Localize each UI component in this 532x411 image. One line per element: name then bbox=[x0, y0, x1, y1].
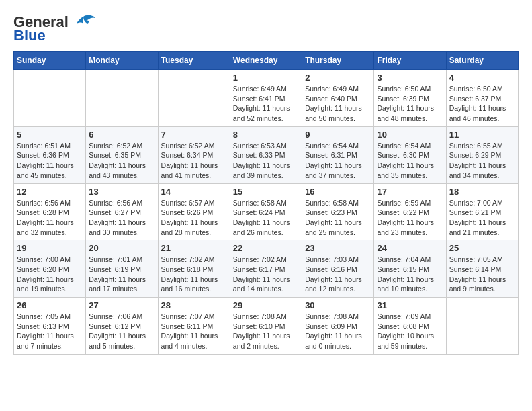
day-number: 2 bbox=[305, 73, 371, 83]
day-number: 26 bbox=[17, 300, 83, 310]
day-number: 17 bbox=[377, 187, 443, 197]
calendar-table: SundayMondayTuesdayWednesdayThursdayFrid… bbox=[13, 51, 519, 355]
calendar-cell: 19Sunrise: 7:00 AM Sunset: 6:20 PM Dayli… bbox=[14, 240, 86, 298]
calendar-cell: 28Sunrise: 7:07 AM Sunset: 6:11 PM Dayli… bbox=[158, 298, 230, 355]
weekday-header-wednesday: Wednesday bbox=[230, 52, 302, 70]
calendar-cell bbox=[446, 298, 518, 355]
day-number: 12 bbox=[17, 187, 83, 197]
day-info: Sunrise: 7:07 AM Sunset: 6:11 PM Dayligh… bbox=[161, 312, 227, 351]
calendar-cell bbox=[14, 70, 86, 127]
calendar-cell: 8Sunrise: 6:53 AM Sunset: 6:33 PM Daylig… bbox=[230, 126, 302, 183]
logo: General Blue bbox=[13, 13, 95, 44]
weekday-header-row: SundayMondayTuesdayWednesdayThursdayFrid… bbox=[14, 52, 519, 70]
day-info: Sunrise: 6:50 AM Sunset: 6:37 PM Dayligh… bbox=[449, 84, 515, 124]
day-number: 29 bbox=[233, 300, 299, 310]
day-info: Sunrise: 6:59 AM Sunset: 6:22 PM Dayligh… bbox=[377, 198, 443, 238]
calendar-cell bbox=[158, 70, 230, 127]
calendar-cell: 12Sunrise: 6:56 AM Sunset: 6:28 PM Dayli… bbox=[14, 183, 86, 240]
week-row-5: 26Sunrise: 7:05 AM Sunset: 6:13 PM Dayli… bbox=[14, 298, 519, 355]
calendar-cell: 2Sunrise: 6:49 AM Sunset: 6:40 PM Daylig… bbox=[302, 70, 374, 127]
day-number: 8 bbox=[233, 130, 299, 140]
calendar-cell: 4Sunrise: 6:50 AM Sunset: 6:37 PM Daylig… bbox=[446, 70, 518, 127]
day-number: 16 bbox=[305, 187, 371, 197]
calendar-cell: 6Sunrise: 6:52 AM Sunset: 6:35 PM Daylig… bbox=[86, 126, 158, 183]
logo-bird-icon bbox=[71, 14, 95, 30]
day-info: Sunrise: 6:49 AM Sunset: 6:40 PM Dayligh… bbox=[305, 84, 371, 124]
week-row-1: 1Sunrise: 6:49 AM Sunset: 6:41 PM Daylig… bbox=[14, 70, 519, 127]
calendar-cell: 15Sunrise: 6:58 AM Sunset: 6:24 PM Dayli… bbox=[230, 183, 302, 240]
day-number: 3 bbox=[377, 73, 443, 83]
day-info: Sunrise: 6:54 AM Sunset: 6:30 PM Dayligh… bbox=[377, 141, 443, 181]
calendar-cell: 18Sunrise: 7:00 AM Sunset: 6:21 PM Dayli… bbox=[446, 183, 518, 240]
day-number: 15 bbox=[233, 187, 299, 197]
weekday-header-tuesday: Tuesday bbox=[158, 52, 230, 70]
calendar-cell: 20Sunrise: 7:01 AM Sunset: 6:19 PM Dayli… bbox=[86, 240, 158, 298]
day-number: 1 bbox=[233, 73, 299, 83]
calendar-cell: 3Sunrise: 6:50 AM Sunset: 6:39 PM Daylig… bbox=[374, 70, 446, 127]
day-number: 6 bbox=[89, 130, 154, 140]
day-info: Sunrise: 6:51 AM Sunset: 6:36 PM Dayligh… bbox=[17, 141, 83, 181]
day-number: 13 bbox=[89, 187, 154, 197]
day-number: 23 bbox=[305, 243, 371, 253]
day-number: 22 bbox=[233, 243, 299, 253]
calendar-cell: 1Sunrise: 6:49 AM Sunset: 6:41 PM Daylig… bbox=[230, 70, 302, 127]
day-number: 27 bbox=[89, 300, 154, 310]
weekday-header-saturday: Saturday bbox=[446, 52, 518, 70]
week-row-4: 19Sunrise: 7:00 AM Sunset: 6:20 PM Dayli… bbox=[14, 240, 519, 298]
day-info: Sunrise: 6:55 AM Sunset: 6:29 PM Dayligh… bbox=[449, 141, 515, 181]
calendar-cell: 21Sunrise: 7:02 AM Sunset: 6:18 PM Dayli… bbox=[158, 240, 230, 298]
calendar-cell: 24Sunrise: 7:04 AM Sunset: 6:15 PM Dayli… bbox=[374, 240, 446, 298]
calendar-cell: 17Sunrise: 6:59 AM Sunset: 6:22 PM Dayli… bbox=[374, 183, 446, 240]
calendar-cell: 31Sunrise: 7:09 AM Sunset: 6:08 PM Dayli… bbox=[374, 298, 446, 355]
day-info: Sunrise: 7:00 AM Sunset: 6:21 PM Dayligh… bbox=[449, 198, 515, 238]
day-number: 25 bbox=[449, 243, 515, 253]
calendar-cell: 22Sunrise: 7:02 AM Sunset: 6:17 PM Dayli… bbox=[230, 240, 302, 298]
calendar-cell: 30Sunrise: 7:08 AM Sunset: 6:09 PM Dayli… bbox=[302, 298, 374, 355]
day-info: Sunrise: 7:01 AM Sunset: 6:19 PM Dayligh… bbox=[89, 255, 154, 294]
day-info: Sunrise: 6:56 AM Sunset: 6:28 PM Dayligh… bbox=[17, 198, 83, 238]
day-number: 5 bbox=[17, 130, 83, 140]
day-number: 20 bbox=[89, 243, 154, 253]
day-info: Sunrise: 7:00 AM Sunset: 6:20 PM Dayligh… bbox=[17, 255, 83, 294]
weekday-header-sunday: Sunday bbox=[14, 52, 86, 70]
day-info: Sunrise: 7:09 AM Sunset: 6:08 PM Dayligh… bbox=[377, 312, 443, 351]
day-number: 28 bbox=[161, 300, 227, 310]
day-number: 4 bbox=[449, 73, 515, 83]
day-info: Sunrise: 7:02 AM Sunset: 6:17 PM Dayligh… bbox=[233, 255, 299, 294]
day-number: 19 bbox=[17, 243, 83, 253]
day-info: Sunrise: 7:05 AM Sunset: 6:14 PM Dayligh… bbox=[449, 255, 515, 294]
day-info: Sunrise: 7:04 AM Sunset: 6:15 PM Dayligh… bbox=[377, 255, 443, 294]
calendar-cell: 29Sunrise: 7:08 AM Sunset: 6:10 PM Dayli… bbox=[230, 298, 302, 355]
calendar-cell: 9Sunrise: 6:54 AM Sunset: 6:31 PM Daylig… bbox=[302, 126, 374, 183]
page-header: General Blue bbox=[13, 13, 519, 44]
day-info: Sunrise: 6:52 AM Sunset: 6:34 PM Dayligh… bbox=[161, 141, 227, 181]
day-number: 11 bbox=[449, 130, 515, 140]
day-info: Sunrise: 6:58 AM Sunset: 6:24 PM Dayligh… bbox=[233, 198, 299, 238]
day-info: Sunrise: 6:49 AM Sunset: 6:41 PM Dayligh… bbox=[233, 84, 299, 124]
day-info: Sunrise: 6:54 AM Sunset: 6:31 PM Dayligh… bbox=[305, 141, 371, 181]
day-info: Sunrise: 7:03 AM Sunset: 6:16 PM Dayligh… bbox=[305, 255, 371, 294]
day-number: 9 bbox=[305, 130, 371, 140]
week-row-2: 5Sunrise: 6:51 AM Sunset: 6:36 PM Daylig… bbox=[14, 126, 519, 183]
day-info: Sunrise: 6:56 AM Sunset: 6:27 PM Dayligh… bbox=[89, 198, 154, 238]
day-number: 31 bbox=[377, 300, 443, 310]
day-number: 18 bbox=[449, 187, 515, 197]
calendar-cell: 23Sunrise: 7:03 AM Sunset: 6:16 PM Dayli… bbox=[302, 240, 374, 298]
calendar-cell: 5Sunrise: 6:51 AM Sunset: 6:36 PM Daylig… bbox=[14, 126, 86, 183]
week-row-3: 12Sunrise: 6:56 AM Sunset: 6:28 PM Dayli… bbox=[14, 183, 519, 240]
day-info: Sunrise: 6:50 AM Sunset: 6:39 PM Dayligh… bbox=[377, 84, 443, 124]
weekday-header-thursday: Thursday bbox=[302, 52, 374, 70]
day-info: Sunrise: 7:06 AM Sunset: 6:12 PM Dayligh… bbox=[89, 312, 154, 351]
calendar-cell: 7Sunrise: 6:52 AM Sunset: 6:34 PM Daylig… bbox=[158, 126, 230, 183]
weekday-header-friday: Friday bbox=[374, 52, 446, 70]
day-number: 30 bbox=[305, 300, 371, 310]
day-number: 24 bbox=[377, 243, 443, 253]
calendar-cell: 16Sunrise: 6:58 AM Sunset: 6:23 PM Dayli… bbox=[302, 183, 374, 240]
calendar-cell: 25Sunrise: 7:05 AM Sunset: 6:14 PM Dayli… bbox=[446, 240, 518, 298]
day-info: Sunrise: 6:53 AM Sunset: 6:33 PM Dayligh… bbox=[233, 141, 299, 181]
day-info: Sunrise: 6:57 AM Sunset: 6:26 PM Dayligh… bbox=[161, 198, 227, 238]
day-number: 10 bbox=[377, 130, 443, 140]
calendar-cell: 10Sunrise: 6:54 AM Sunset: 6:30 PM Dayli… bbox=[374, 126, 446, 183]
day-info: Sunrise: 7:02 AM Sunset: 6:18 PM Dayligh… bbox=[161, 255, 227, 294]
calendar-cell: 26Sunrise: 7:05 AM Sunset: 6:13 PM Dayli… bbox=[14, 298, 86, 355]
